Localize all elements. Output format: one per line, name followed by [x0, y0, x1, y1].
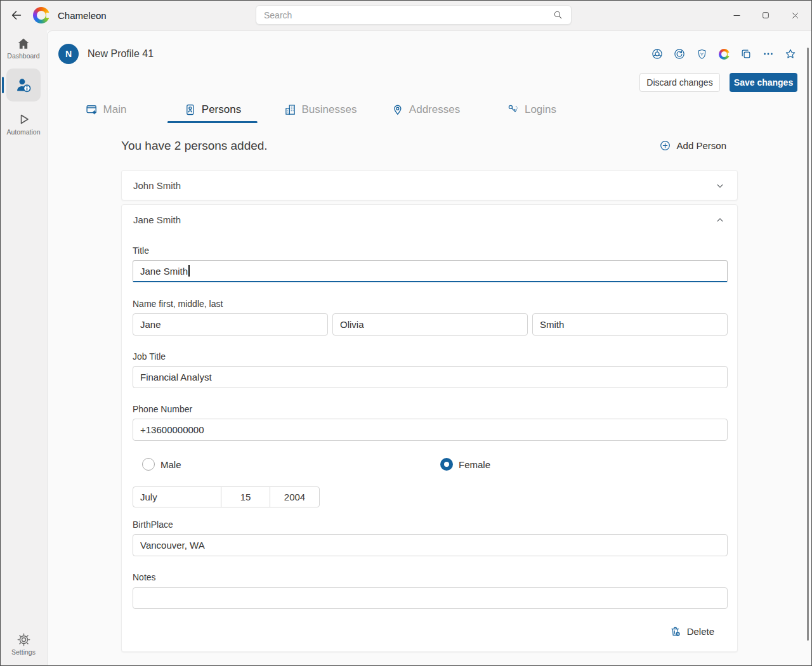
tab-main[interactable]: Main	[86, 97, 127, 122]
tab-persons[interactable]: Persons	[184, 97, 241, 122]
titlebar: Chameleon	[0, 0, 812, 30]
chameleon-logo-icon	[33, 7, 49, 23]
chromium-icon[interactable]	[673, 48, 686, 60]
main-tab-icon	[86, 103, 98, 116]
tab-label: Addresses	[409, 103, 460, 116]
person-name: Jane Smith	[133, 214, 181, 225]
chameleon-browser-icon[interactable]	[717, 48, 730, 60]
sidebar: Dashboard Automation Settings	[0, 30, 47, 666]
maximize-icon	[761, 10, 771, 20]
play-icon	[16, 112, 31, 127]
chameleon-mini-logo-icon	[719, 49, 730, 60]
gender-radio-group: Male Female	[142, 458, 717, 472]
profile-avatar: N	[58, 44, 79, 64]
browser-icons-row	[651, 48, 797, 60]
notes-label: Notes	[133, 572, 156, 582]
phone-field[interactable]	[133, 419, 728, 441]
search-input[interactable]	[264, 10, 553, 20]
bookmark-star-icon[interactable]	[784, 48, 797, 60]
logins-tab-icon	[507, 103, 520, 116]
person-name: John Smith	[133, 180, 181, 191]
radio-selected-icon[interactable]	[440, 458, 453, 471]
tab-businesses[interactable]: Businesses	[284, 97, 357, 122]
addresses-tab-icon	[391, 103, 404, 116]
businesses-tab-icon	[284, 103, 297, 116]
male-label: Male	[160, 459, 181, 470]
tab-label: Businesses	[302, 103, 357, 116]
sidebar-selected-indicator	[2, 77, 4, 93]
delete-label: Delete	[687, 626, 714, 637]
birthplace-field[interactable]	[133, 534, 728, 556]
tab-label: Logins	[525, 103, 556, 116]
radio-unselected-icon[interactable]	[142, 458, 155, 471]
close-button[interactable]	[780, 3, 809, 27]
vertical-scrollbar[interactable]	[807, 48, 809, 641]
main-content: N New Profile 41 Discard changes Save ch…	[47, 30, 812, 666]
minimize-button[interactable]	[722, 3, 751, 27]
sidebar-item-automation[interactable]: Automation	[0, 112, 47, 136]
person-card-collapsed: John Smith	[121, 170, 738, 200]
title-value: Jane Smith	[140, 266, 188, 277]
first-name-field[interactable]	[133, 313, 328, 336]
job-title-label: Job Title	[133, 351, 166, 362]
tab-label: Persons	[202, 103, 241, 116]
chevron-down-icon	[714, 180, 726, 192]
brave-icon[interactable]	[695, 48, 708, 60]
sidebar-item-label: Settings	[11, 648, 36, 656]
text-cursor	[188, 265, 190, 277]
profile-name: New Profile 41	[88, 48, 154, 60]
phone-label: Phone Number	[133, 404, 192, 414]
middle-name-field[interactable]	[332, 313, 528, 336]
back-arrow-icon	[10, 8, 23, 22]
gender-female-option[interactable]: Female	[440, 458, 490, 471]
minimize-icon	[731, 10, 742, 21]
person-card-expanded: Jane Smith Title Jane Smith Name first, …	[121, 204, 738, 652]
persons-summary: You have 2 persons added.	[121, 139, 268, 153]
birth-day-field[interactable]: 15	[221, 487, 270, 507]
profile-actions: Discard changes Save changes	[639, 73, 797, 92]
close-icon	[790, 10, 801, 21]
female-label: Female	[459, 459, 490, 470]
delete-person-button[interactable]: Delete	[669, 625, 714, 637]
maximize-button[interactable]	[751, 3, 780, 27]
trash-delete-icon	[669, 625, 681, 637]
birthdate-field: July 15 2004	[133, 486, 320, 507]
tab-label: Main	[103, 103, 127, 116]
app-title: Chameleon	[58, 10, 107, 21]
save-changes-button[interactable]: Save changes	[730, 73, 797, 92]
sidebar-item-profiles[interactable]	[6, 69, 41, 101]
home-icon	[16, 37, 30, 51]
sidebar-item-dashboard[interactable]: Dashboard	[0, 37, 47, 60]
add-person-label: Add Person	[677, 140, 726, 151]
name-fields-row	[133, 313, 728, 336]
birthplace-label: BirthPlace	[133, 519, 173, 530]
job-title-field[interactable]	[133, 366, 728, 388]
back-button[interactable]	[8, 7, 25, 23]
notes-field[interactable]	[133, 587, 728, 609]
search-box[interactable]	[256, 5, 572, 25]
title-label: Title	[133, 245, 149, 256]
search-icon	[553, 10, 563, 20]
window-controls	[722, 0, 809, 30]
birth-year-field[interactable]: 2004	[270, 487, 319, 507]
sidebar-item-label: Dashboard	[7, 52, 39, 60]
gender-male-option[interactable]: Male	[142, 458, 181, 471]
add-person-button[interactable]: Add Person	[659, 140, 726, 152]
discard-changes-button[interactable]: Discard changes	[639, 73, 720, 92]
gear-icon	[16, 632, 31, 647]
more-options-icon[interactable]	[762, 48, 775, 60]
profile-tabs: Main Persons Businesses Addresses Logins	[48, 97, 812, 122]
title-field[interactable]: Jane Smith	[133, 260, 728, 282]
person-accordion-header[interactable]: Jane Smith	[122, 205, 737, 235]
last-name-field[interactable]	[532, 313, 728, 336]
tab-addresses[interactable]: Addresses	[391, 97, 460, 122]
chevron-up-icon	[714, 214, 726, 226]
birth-month-field[interactable]: July	[133, 487, 221, 507]
tab-logins[interactable]: Logins	[507, 97, 556, 122]
copy-icon[interactable]	[740, 48, 752, 60]
name-label: Name first, middle, last	[133, 299, 223, 309]
sidebar-item-label: Automation	[6, 128, 40, 136]
person-accordion-header[interactable]: John Smith	[122, 171, 737, 200]
chrome-icon[interactable]	[651, 48, 664, 60]
sidebar-item-settings[interactable]: Settings	[0, 632, 47, 656]
